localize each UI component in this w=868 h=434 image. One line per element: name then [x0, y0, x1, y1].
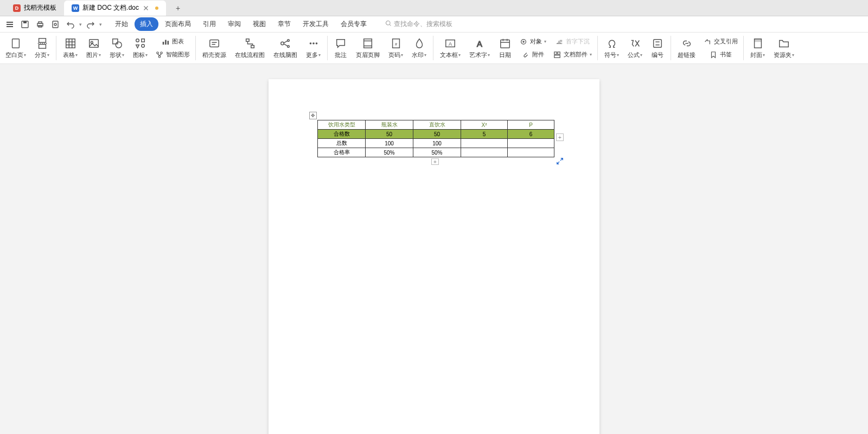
online-mind-button[interactable]: 在线脑图 [269, 36, 302, 60]
preview-icon[interactable] [50, 20, 60, 29]
menu-icon[interactable] [5, 20, 15, 29]
object-icon [519, 37, 528, 46]
menu-insert[interactable]: 插入 [135, 17, 158, 31]
textbox-button[interactable]: A 文本框▾ [436, 36, 465, 60]
menu-start[interactable]: 开始 [110, 17, 133, 31]
header-footer-button[interactable]: 页眉页脚 [352, 36, 384, 60]
tab-templates[interactable]: D 找稻壳模板 [5, 1, 64, 16]
table-cell: 合格数 [318, 130, 366, 139]
cover-button[interactable]: 封面▾ [746, 36, 769, 60]
search-box[interactable]: 查找命令、搜索模板 [385, 20, 452, 29]
table-header-cell: P [508, 120, 554, 130]
page-number-button[interactable]: # 页码▾ [384, 36, 407, 60]
more-icon [307, 37, 320, 50]
comment-icon [334, 37, 347, 50]
menu-review[interactable]: 审阅 [222, 17, 246, 31]
redo-icon[interactable] [86, 20, 95, 29]
print-icon[interactable] [35, 20, 45, 29]
chart-button[interactable]: 图表 [152, 36, 193, 48]
page-icon [9, 37, 22, 50]
date-icon [499, 37, 512, 50]
table-row: 总数 100 100 [318, 139, 554, 148]
hyperlink-button[interactable]: 超链接 [673, 36, 700, 60]
flowchart-icon [244, 37, 257, 50]
table-header-cell: X² [461, 120, 508, 130]
menu-layout[interactable]: 页面布局 [159, 17, 196, 31]
canvas-area[interactable]: ✥ 饮用水类型 瓶装水 直饮水 X² P 合格数 50 50 5 6 总数 10… [0, 64, 868, 434]
equation-button[interactable]: 公式▾ [623, 36, 647, 60]
dropcap-button[interactable]: A 首字下沉 [550, 36, 595, 48]
svg-point-43 [288, 46, 290, 48]
table-header-row: 饮用水类型 瓶装水 直饮水 X² P [318, 120, 554, 130]
comment-button[interactable]: 批注 [330, 36, 352, 60]
shape-icon [111, 37, 124, 50]
svg-text:#: # [394, 42, 397, 47]
object-button[interactable]: 对象▾ [516, 36, 550, 48]
add-tab-button[interactable]: + [171, 2, 184, 15]
date-button[interactable]: 日期 [494, 36, 516, 60]
svg-rect-67 [554, 52, 557, 54]
table-header-cell: 直饮水 [413, 120, 461, 130]
ribbon-insert: 空白页▾ 分页▾ 表格▾ 图片▾ 形状▾ 图标▾ 图表 [0, 33, 868, 64]
crossref-button[interactable]: 交叉引用 [700, 36, 741, 48]
resource-pane-button[interactable]: 资源夹▾ [769, 36, 799, 60]
svg-line-44 [284, 41, 287, 43]
online-flow-button[interactable]: 在线流程图 [231, 36, 269, 60]
icon-button[interactable]: 图标▾ [129, 36, 152, 60]
menu-row: ▾ ▾ 开始 插入 页面布局 引用 审阅 视图 章节 开发工具 会员专享 查找命… [0, 16, 868, 33]
docparts-icon [553, 50, 561, 59]
save-icon[interactable] [20, 20, 30, 29]
close-icon[interactable] [142, 4, 150, 12]
table-resize-handle[interactable] [556, 157, 564, 165]
svg-rect-23 [89, 40, 98, 48]
svg-rect-32 [168, 41, 169, 44]
table-cell: 50% [366, 148, 413, 157]
wordart-button[interactable]: A 艺术字▾ [465, 36, 494, 60]
attachment-button[interactable]: 附件 [516, 49, 550, 61]
menu-member[interactable]: 会员专享 [335, 17, 372, 31]
tab-document[interactable]: W 新建 DOC 文档.doc [64, 1, 166, 16]
menu-references[interactable]: 引用 [197, 17, 221, 31]
shape-button[interactable]: 形状▾ [105, 36, 129, 60]
resources-button[interactable]: 稻壳资源 [198, 36, 231, 60]
svg-rect-3 [7, 24, 13, 25]
svg-point-29 [141, 44, 144, 48]
smartart-icon [155, 50, 164, 59]
svg-rect-2 [7, 22, 13, 23]
menu-chapter[interactable]: 章节 [272, 17, 296, 31]
bookmark-button[interactable]: 书签 [700, 49, 741, 61]
textbox-icon: A [444, 37, 457, 50]
table-move-handle[interactable]: ✥ [309, 112, 317, 119]
watermark-button[interactable]: 水印▾ [407, 36, 431, 60]
table-cell: 100 [366, 139, 413, 148]
add-row-button[interactable]: + [431, 158, 439, 165]
svg-point-12 [386, 21, 391, 25]
hyperlink-icon [680, 37, 693, 50]
table-icon [64, 37, 77, 50]
table-header-cell: 瓶装水 [366, 120, 413, 130]
docparts-button[interactable]: 文档部件▾ [550, 49, 595, 61]
table-cell: 5 [461, 130, 508, 139]
number-button[interactable]: 编号 [647, 36, 668, 60]
more-button[interactable]: 更多▾ [302, 36, 325, 60]
undo-caret[interactable]: ▾ [79, 22, 82, 27]
blank-page-button[interactable]: 空白页▾ [1, 36, 30, 60]
table-button[interactable]: 表格▾ [59, 36, 82, 60]
table-cell: 100 [413, 139, 461, 148]
symbol-button[interactable]: 符号▾ [600, 36, 623, 60]
undo-icon[interactable] [66, 20, 75, 29]
svg-rect-25 [112, 39, 117, 44]
svg-rect-40 [251, 46, 254, 48]
svg-point-34 [161, 52, 163, 54]
menu-devtools[interactable]: 开发工具 [297, 17, 334, 31]
smartart-button[interactable]: 智能图形 [152, 49, 193, 61]
table-cell [461, 148, 508, 157]
svg-point-42 [288, 40, 290, 42]
add-column-button[interactable]: + [556, 133, 564, 141]
picture-button[interactable]: 图片▾ [82, 36, 105, 60]
document-table[interactable]: 饮用水类型 瓶装水 直饮水 X² P 合格数 50 50 5 6 总数 100 … [317, 120, 554, 157]
redo-caret[interactable]: ▾ [99, 22, 102, 27]
menu-view[interactable]: 视图 [247, 17, 271, 31]
page-break-button[interactable]: 分页▾ [30, 36, 54, 60]
document-page[interactable]: ✥ 饮用水类型 瓶装水 直饮水 X² P 合格数 50 50 5 6 总数 10… [269, 79, 599, 434]
